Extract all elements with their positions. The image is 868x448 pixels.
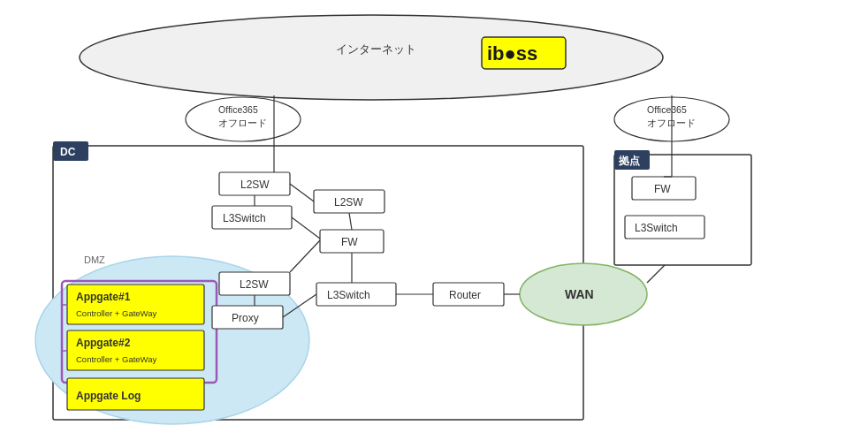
internet-ellipse <box>80 15 663 100</box>
fw-1-label: FW <box>341 236 358 248</box>
line-wan-kyoten <box>647 265 665 283</box>
appgate-log-label: Appgate Log <box>76 390 141 402</box>
dc-label: DC <box>60 146 76 158</box>
dmz-label: DMZ <box>84 254 105 265</box>
appgate1-label: Appgate#1 <box>76 291 131 303</box>
iboss-logo: ib●ss <box>487 42 537 65</box>
proxy-label: Proxy <box>232 312 259 324</box>
wan-label: WAN <box>565 287 594 301</box>
appgate1-sublabel: Controller + GateWay <box>76 308 157 318</box>
l2sw-2-label: L2SW <box>334 196 363 209</box>
appgate2-sublabel: Controller + GateWay <box>76 354 157 364</box>
diagram-container: インターネット ib●ss Office365 オフロード Office365 … <box>0 0 868 448</box>
l2sw-3-label: L2SW <box>240 278 269 291</box>
l2sw-1-label: L2SW <box>240 178 270 191</box>
kyoten-label: 拠点 <box>618 155 640 167</box>
l3switch-1-label: L3Switch <box>223 212 266 224</box>
office365-offload-2-label: Office365 <box>647 104 687 115</box>
appgate2-label: Appgate#2 <box>76 337 131 349</box>
office365-offload-1-label: Office365 <box>218 104 258 115</box>
router-label: Router <box>449 289 481 301</box>
l3switch-3-label: L3Switch <box>635 222 678 234</box>
office365-offload-1-sublabel: オフロード <box>218 118 267 128</box>
internet-label: インターネット <box>336 42 416 56</box>
kyoten-outer-box <box>614 155 751 265</box>
l3switch-2-label: L3Switch <box>327 289 370 301</box>
fw-2-label: FW <box>654 183 671 195</box>
